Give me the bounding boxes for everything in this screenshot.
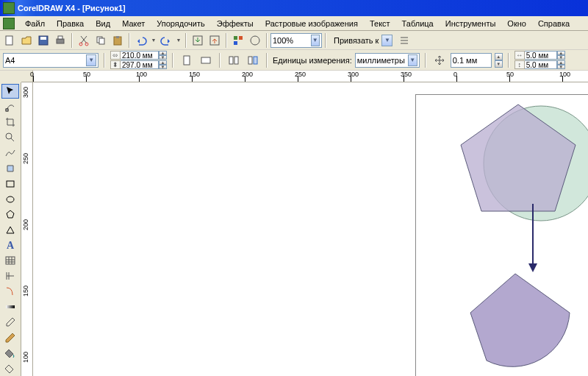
new-doc-icon[interactable]: [3, 18, 15, 29]
redo-button[interactable]: [158, 32, 174, 49]
menu-help[interactable]: Справка: [532, 18, 576, 29]
copy-button[interactable]: [93, 32, 109, 49]
svg-rect-13: [234, 36, 237, 40]
dup-y-spinner[interactable]: ▲▼: [557, 60, 565, 69]
smart-fill-tool[interactable]: [1, 161, 19, 176]
all-pages-button[interactable]: [226, 52, 242, 68]
nudge-input-wrap[interactable]: [451, 53, 492, 68]
svg-rect-27: [6, 257, 15, 264]
export-button[interactable]: [207, 32, 223, 49]
redo-dropdown[interactable]: ▼: [175, 32, 182, 49]
chevron-down-icon[interactable]: ▼: [311, 35, 320, 46]
save-button[interactable]: [35, 32, 51, 49]
menu-layout[interactable]: Макет: [116, 18, 151, 29]
titlebar: CorelDRAW X4 - [Рисунок1]: [0, 0, 588, 16]
open-button[interactable]: [18, 32, 35, 49]
separator: [325, 33, 326, 48]
zoom-combo[interactable]: ▼: [270, 33, 322, 48]
svg-rect-17: [184, 56, 190, 65]
landscape-button[interactable]: [198, 52, 214, 68]
page-dimensions: ⬄ 210.0 мм ▲▼ ⬍ 297.0 мм ▲▼: [110, 51, 167, 69]
page: [415, 94, 588, 376]
menu-table[interactable]: Таблица: [396, 18, 440, 29]
nudge-spinner[interactable]: ▲▼: [495, 53, 503, 68]
current-page-button[interactable]: [245, 52, 261, 68]
svg-point-16: [251, 36, 259, 45]
polygon-tool[interactable]: [1, 207, 19, 222]
import-button[interactable]: [190, 32, 206, 49]
ellipse-tool[interactable]: [1, 192, 19, 207]
nudge-input[interactable]: [453, 56, 490, 65]
app-launcher-button[interactable]: [230, 32, 246, 49]
chevron-down-icon[interactable]: ▼: [408, 54, 417, 66]
menu-window[interactable]: Окно: [501, 18, 532, 29]
dimension-tool[interactable]: [1, 269, 19, 283]
svg-rect-8: [99, 38, 104, 44]
menu-file[interactable]: Файл: [19, 18, 51, 29]
welcome-button[interactable]: [247, 32, 263, 49]
cut-button[interactable]: [76, 32, 92, 49]
svg-rect-18: [201, 57, 210, 63]
portrait-button[interactable]: [179, 52, 195, 68]
fill-tool[interactable]: [1, 346, 19, 361]
crop-tool[interactable]: [1, 115, 19, 130]
undo-dropdown[interactable]: ▼: [150, 32, 157, 49]
menu-effects[interactable]: Эффекты: [211, 18, 259, 29]
zoom-input[interactable]: [273, 36, 311, 45]
menu-text[interactable]: Текст: [364, 18, 396, 29]
chevron-down-icon[interactable]: ▼: [381, 35, 392, 46]
ruler-horizontal[interactable]: 050100150200250300350050100: [21, 71, 588, 82]
svg-rect-23: [6, 109, 8, 111]
shape-tool[interactable]: [1, 99, 19, 114]
canvas[interactable]: [33, 82, 588, 376]
ruler-vertical[interactable]: 300250200150100: [21, 82, 33, 376]
chevron-down-icon[interactable]: ▼: [86, 54, 96, 66]
menu-bitmaps[interactable]: Растровые изображения: [259, 18, 364, 29]
menu-edit[interactable]: Правка: [51, 18, 90, 29]
units-label: Единицы измерения:: [273, 56, 352, 65]
separator: [508, 53, 509, 68]
menu-view[interactable]: Вид: [90, 18, 116, 29]
paper-size-combo[interactable]: ▼: [3, 53, 98, 68]
separator: [129, 33, 130, 48]
snap-combo[interactable]: Привязать к ▼: [329, 33, 395, 48]
zoom-tool[interactable]: [1, 130, 19, 145]
svg-rect-3: [57, 39, 64, 43]
page-height-input[interactable]: 297.0 мм: [121, 60, 159, 69]
separator: [185, 33, 187, 48]
interactive-tool[interactable]: [1, 299, 19, 314]
rectangle-tool[interactable]: [1, 177, 19, 191]
separator: [219, 53, 220, 68]
separator: [71, 33, 73, 48]
width-spinner[interactable]: ▲▼: [159, 51, 167, 60]
interactive-fill-tool[interactable]: [1, 361, 19, 376]
dup-y-input[interactable]: 5.0 мм: [525, 60, 557, 69]
units-combo[interactable]: ▼: [355, 53, 420, 68]
options-button[interactable]: [396, 32, 412, 49]
connector-tool[interactable]: [1, 284, 19, 299]
undo-button[interactable]: [133, 32, 149, 49]
paste-button[interactable]: [110, 32, 126, 49]
toolbox: A: [0, 82, 21, 376]
units-input[interactable]: [357, 56, 408, 65]
print-button[interactable]: [52, 32, 68, 49]
height-spinner[interactable]: ▲▼: [159, 60, 167, 69]
height-icon: ⬍: [110, 60, 121, 69]
separator: [104, 53, 105, 68]
text-tool[interactable]: A: [1, 238, 19, 253]
freehand-tool[interactable]: [1, 146, 19, 160]
menu-arrange[interactable]: Упорядочить: [151, 18, 210, 29]
basic-shapes-tool[interactable]: [1, 223, 19, 238]
outline-tool[interactable]: [1, 330, 19, 345]
svg-rect-20: [234, 57, 238, 64]
eyedropper-tool[interactable]: [1, 315, 19, 330]
page-width-input[interactable]: 210.0 мм: [121, 51, 159, 60]
menu-tools[interactable]: Инструменты: [440, 18, 502, 29]
dup-x-input[interactable]: 5.0 мм: [525, 51, 557, 60]
dup-x-spinner[interactable]: ▲▼: [557, 51, 565, 60]
table-tool[interactable]: [1, 253, 19, 268]
paper-size-input[interactable]: [5, 56, 86, 65]
pick-tool[interactable]: [1, 84, 19, 99]
new-button[interactable]: [1, 32, 18, 49]
dup-y-icon: ↕: [514, 60, 525, 69]
